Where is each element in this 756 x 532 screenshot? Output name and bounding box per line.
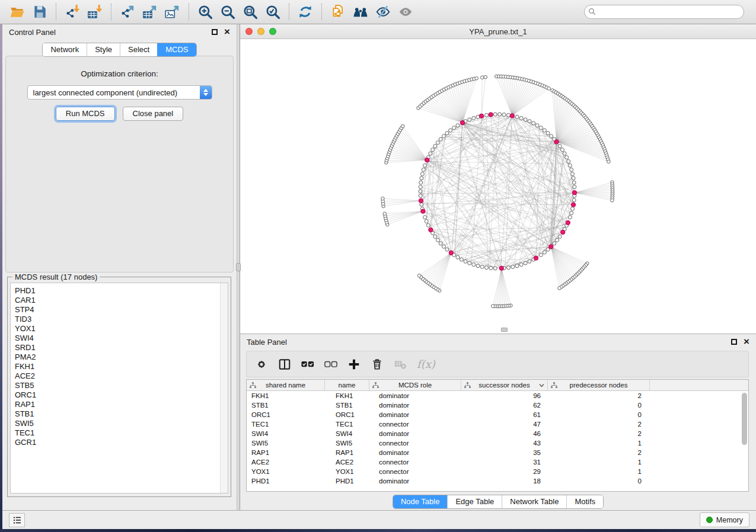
close-panel-button[interactable]: Close panel xyxy=(123,107,184,121)
network-node[interactable] xyxy=(528,259,531,263)
leaf-node[interactable] xyxy=(383,212,387,216)
mcds-node[interactable] xyxy=(429,227,433,232)
delete-rows-button[interactable] xyxy=(371,358,384,371)
leaf-node[interactable] xyxy=(607,160,611,164)
mcds-node[interactable] xyxy=(572,191,576,195)
add-row-button[interactable] xyxy=(347,358,361,371)
network-node[interactable] xyxy=(502,113,506,117)
network-node[interactable] xyxy=(572,198,576,202)
network-node[interactable] xyxy=(420,172,424,176)
network-node[interactable] xyxy=(452,126,456,130)
mcds-node[interactable] xyxy=(554,140,559,144)
column-header-shared-name[interactable]: shared name xyxy=(247,380,325,390)
table-row[interactable]: YOX1YOX1connector291 xyxy=(247,467,748,476)
save-session-button[interactable] xyxy=(30,3,49,21)
network-node[interactable] xyxy=(449,129,452,132)
search-input[interactable] xyxy=(584,5,744,19)
network-node[interactable] xyxy=(515,115,519,118)
network-node[interactable] xyxy=(445,132,449,135)
leaf-node[interactable] xyxy=(558,287,562,290)
mcds-node[interactable] xyxy=(534,256,538,260)
mcds-result-item[interactable]: PMA2 xyxy=(15,352,228,362)
mcds-result-item[interactable]: RAP1 xyxy=(15,400,228,409)
network-node[interactable] xyxy=(558,235,562,238)
zoom-out-button[interactable] xyxy=(218,3,237,21)
table-row[interactable]: FKH1FKH1dominator962 xyxy=(247,391,748,400)
mcds-node[interactable] xyxy=(549,245,553,249)
network-node[interactable] xyxy=(573,185,576,189)
network-node[interactable] xyxy=(439,242,442,245)
network-node[interactable] xyxy=(570,168,573,171)
hide-eye-button[interactable] xyxy=(374,3,393,21)
leaf-node[interactable] xyxy=(484,75,487,79)
show-eye-button[interactable] xyxy=(396,3,415,21)
tab-select[interactable]: Select xyxy=(120,43,157,56)
mcds-result-item[interactable]: STB5 xyxy=(15,381,228,390)
network-node[interactable] xyxy=(519,116,523,120)
mcds-result-item[interactable]: ACE2 xyxy=(15,371,228,381)
network-node[interactable] xyxy=(468,118,471,121)
network-node[interactable] xyxy=(485,266,489,270)
leaf-node[interactable] xyxy=(491,305,495,308)
close-table-panel-icon[interactable]: × xyxy=(744,339,749,345)
run-mcds-button[interactable]: Run MCDS xyxy=(56,107,115,121)
network-node[interactable] xyxy=(426,223,430,227)
network-node[interactable] xyxy=(456,255,460,259)
tab-network-table[interactable]: Network Table xyxy=(502,495,566,508)
network-node[interactable] xyxy=(539,253,543,257)
mcds-result-item[interactable]: STP4 xyxy=(15,305,228,315)
network-node[interactable] xyxy=(571,207,575,210)
network-node[interactable] xyxy=(423,164,427,167)
memory-button[interactable]: Memory xyxy=(700,512,749,527)
network-node[interactable] xyxy=(419,194,422,197)
clone-network-button[interactable] xyxy=(328,3,347,21)
mcds-node[interactable] xyxy=(479,114,483,118)
network-node[interactable] xyxy=(507,113,511,117)
table-row[interactable]: ACE2ACE2connector311 xyxy=(247,457,748,467)
network-node[interactable] xyxy=(493,267,497,270)
network-node[interactable] xyxy=(433,235,437,238)
refresh-button[interactable] xyxy=(296,3,315,21)
mcds-node[interactable] xyxy=(421,209,425,213)
export-image-button[interactable] xyxy=(163,3,182,21)
close-traffic-light[interactable] xyxy=(245,28,253,35)
network-node[interactable] xyxy=(568,164,572,167)
leaf-node[interactable] xyxy=(401,124,404,128)
network-node[interactable] xyxy=(476,264,480,268)
export-network-button[interactable] xyxy=(118,3,137,21)
column-header-predecessor-nodes[interactable]: predecessor nodes xyxy=(548,380,650,390)
network-node[interactable] xyxy=(436,238,439,242)
tab-motifs[interactable]: Motifs xyxy=(566,495,603,508)
network-node[interactable] xyxy=(543,251,546,254)
column-header-MCDS-role[interactable]: MCDS role xyxy=(369,380,461,390)
horizontal-splitter-grip[interactable] xyxy=(501,328,508,332)
leaf-node[interactable] xyxy=(611,198,614,202)
column-header-successor-nodes[interactable]: successor nodes xyxy=(461,380,548,390)
table-row[interactable]: SWI4SWI4dominator462 xyxy=(247,429,748,438)
zoom-selected-button[interactable] xyxy=(263,3,282,21)
mcds-result-item[interactable]: TID3 xyxy=(15,315,228,324)
network-node[interactable] xyxy=(439,137,442,141)
network-node[interactable] xyxy=(485,113,489,117)
mcds-node[interactable] xyxy=(425,158,429,162)
network-node[interactable] xyxy=(571,172,575,176)
optimization-criterion-select[interactable]: largest connected component (undirected) xyxy=(27,85,212,100)
mcds-node[interactable] xyxy=(510,114,514,118)
network-node[interactable] xyxy=(507,266,511,270)
network-node[interactable] xyxy=(425,220,428,223)
network-node[interactable] xyxy=(572,181,576,184)
binoculars-button[interactable] xyxy=(351,3,370,21)
network-node[interactable] xyxy=(456,124,460,127)
network-node[interactable] xyxy=(535,124,539,127)
mcds-result-item[interactable]: FKH1 xyxy=(15,362,228,371)
mcds-node[interactable] xyxy=(499,266,503,270)
network-canvas[interactable] xyxy=(240,39,755,332)
network-node[interactable] xyxy=(532,121,535,125)
leaf-node[interactable] xyxy=(481,76,484,79)
network-node[interactable] xyxy=(468,261,471,265)
leaf-node[interactable] xyxy=(417,274,421,278)
zoom-traffic-light[interactable] xyxy=(269,28,276,35)
network-node[interactable] xyxy=(419,185,422,189)
network-node[interactable] xyxy=(498,113,502,116)
leaf-node[interactable] xyxy=(475,76,479,80)
